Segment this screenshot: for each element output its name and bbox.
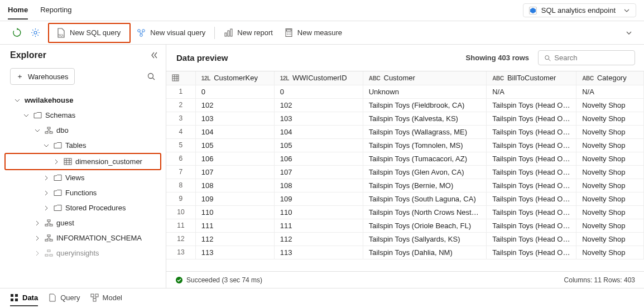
cell[interactable]: Novelty Shop xyxy=(576,246,644,259)
cell[interactable]: Novelty Shop xyxy=(576,165,644,179)
table-row[interactable]: 7107107Tailspin Toys (Glen Avon, CA)Tail… xyxy=(166,165,644,179)
cell[interactable]: 104 xyxy=(274,125,363,138)
preview-search-input[interactable] xyxy=(554,54,627,62)
cell[interactable]: 0 xyxy=(195,85,274,98)
cell[interactable]: Tailspin Toys (Head Office) xyxy=(487,192,576,205)
cell[interactable]: Novelty Shop xyxy=(576,192,644,205)
cell[interactable]: 107 xyxy=(274,165,363,179)
column-header[interactable]: 12LCustomerKey xyxy=(195,71,274,85)
cell[interactable]: Tailspin Toys (Fieldbrook, CA) xyxy=(363,98,486,112)
cell[interactable]: 112 xyxy=(274,232,363,246)
cell[interactable]: Tailspin Toys (North Crows Nest, IN) xyxy=(363,205,486,219)
column-header[interactable]: ABCCategory xyxy=(576,71,644,85)
cell[interactable]: N/A xyxy=(576,85,644,98)
cell[interactable]: Tailspin Toys (Tumacacori, AZ) xyxy=(363,152,486,165)
cell[interactable]: Novelty Shop xyxy=(576,219,644,232)
cell[interactable]: Novelty Shop xyxy=(576,205,644,219)
tab-home[interactable]: Home xyxy=(8,1,28,20)
tab-model[interactable]: Model xyxy=(90,290,122,306)
toolbar-more-button[interactable] xyxy=(619,26,638,40)
table-row[interactable]: 10110110Tailspin Toys (North Crows Nest,… xyxy=(166,205,644,219)
cell[interactable]: Tailspin Toys (Kalvesta, KS) xyxy=(363,112,486,125)
cell[interactable]: Tailspin Toys (Head Office) xyxy=(487,152,576,165)
tree-item-dbo[interactable]: dbo xyxy=(4,123,161,138)
cell[interactable]: 110 xyxy=(195,205,274,219)
cell[interactable]: 102 xyxy=(195,98,274,112)
tree-item-views[interactable]: Views xyxy=(4,170,161,185)
table-row[interactable]: 100UnknownN/AN/A xyxy=(166,85,644,98)
cell[interactable]: 111 xyxy=(274,219,363,232)
refresh-button[interactable] xyxy=(10,26,24,40)
cell[interactable]: N/A xyxy=(487,85,576,98)
column-header[interactable]: ABCCustomer xyxy=(363,71,486,85)
cell[interactable]: Unknown xyxy=(363,85,486,98)
table-row[interactable]: 2102102Tailspin Toys (Fieldbrook, CA)Tai… xyxy=(166,98,644,112)
column-header[interactable]: ABCBillToCustomer xyxy=(487,71,576,85)
table-row[interactable]: 9109109Tailspin Toys (South Laguna, CA)T… xyxy=(166,192,644,205)
explorer-search-button[interactable] xyxy=(145,70,158,83)
cell[interactable]: 110 xyxy=(274,205,363,219)
cell[interactable]: Novelty Shop xyxy=(576,179,644,192)
cell[interactable]: Tailspin Toys (Head Office) xyxy=(487,232,576,246)
cell[interactable]: Tailspin Toys (Bernie, MO) xyxy=(363,179,486,192)
cell[interactable]: Novelty Shop xyxy=(576,98,644,112)
collapse-explorer-button[interactable] xyxy=(150,51,158,59)
cell[interactable]: Tailspin Toys (Head Office) xyxy=(487,125,576,138)
cell[interactable]: Novelty Shop xyxy=(576,112,644,125)
cell[interactable]: Novelty Shop xyxy=(576,138,644,152)
column-header[interactable]: 12LWWICustomerID xyxy=(274,71,363,85)
cell[interactable]: Tailspin Toys (Wallagrass, ME) xyxy=(363,125,486,138)
cell[interactable]: 111 xyxy=(195,219,274,232)
tree-item-functions[interactable]: Functions xyxy=(4,185,161,200)
table-row[interactable]: 5105105Tailspin Toys (Tomnolen, MS)Tails… xyxy=(166,138,644,152)
cell[interactable]: 108 xyxy=(195,179,274,192)
table-row[interactable]: 6106106Tailspin Toys (Tumacacori, AZ)Tai… xyxy=(166,152,644,165)
cell[interactable]: 103 xyxy=(195,112,274,125)
cell[interactable]: 109 xyxy=(274,192,363,205)
cell[interactable]: Tailspin Toys (Head Office) xyxy=(487,179,576,192)
cell[interactable]: Tailspin Toys (Head Office) xyxy=(487,205,576,219)
add-warehouses-button[interactable]: ＋ Warehouses xyxy=(10,68,75,85)
cell[interactable]: Tailspin Toys (Tomnolen, MS) xyxy=(363,138,486,152)
cell[interactable]: Tailspin Toys (Head Office) xyxy=(487,165,576,179)
tab-reporting[interactable]: Reporting xyxy=(40,1,71,20)
cell[interactable]: Tailspin Toys (Head Office) xyxy=(487,246,576,259)
table-row[interactable]: 13113113Tailspin Toys (Dahlia, NM)Tailsp… xyxy=(166,246,644,259)
cell[interactable]: 105 xyxy=(274,138,363,152)
tree-item-tables[interactable]: Tables xyxy=(4,138,161,153)
cell[interactable]: Tailspin Toys (Head Office) xyxy=(487,112,576,125)
cell[interactable]: 107 xyxy=(195,165,274,179)
cell[interactable]: 112 xyxy=(195,232,274,246)
preview-search-box[interactable] xyxy=(538,50,635,65)
cell[interactable]: Tailspin Toys (South Laguna, CA) xyxy=(363,192,486,205)
table-row[interactable]: 3103103Tailspin Toys (Kalvesta, KS)Tails… xyxy=(166,112,644,125)
table-row[interactable]: 12112112Tailspin Toys (Sallyards, KS)Tai… xyxy=(166,232,644,246)
cell[interactable]: 113 xyxy=(195,246,274,259)
table-row[interactable]: 4104104Tailspin Toys (Wallagrass, ME)Tai… xyxy=(166,125,644,138)
cell[interactable]: Tailspin Toys (Head Office) xyxy=(487,138,576,152)
new-measure-button[interactable]: New measure xyxy=(278,25,348,40)
tab-data[interactable]: Data xyxy=(10,290,38,306)
cell[interactable]: Novelty Shop xyxy=(576,152,644,165)
cell[interactable]: Tailspin Toys (Sallyards, KS) xyxy=(363,232,486,246)
cell[interactable]: 106 xyxy=(274,152,363,165)
cell[interactable]: 113 xyxy=(274,246,363,259)
new-visual-query-button[interactable]: New visual query xyxy=(131,25,211,41)
cell[interactable]: Tailspin Toys (Head Office) xyxy=(487,219,576,232)
tree-item-queryinsights[interactable]: queryinsights xyxy=(4,246,161,261)
cell[interactable]: 105 xyxy=(195,138,274,152)
cell[interactable]: 0 xyxy=(274,85,363,98)
cell[interactable]: 103 xyxy=(274,112,363,125)
cell[interactable]: 108 xyxy=(274,179,363,192)
cell[interactable]: 109 xyxy=(195,192,274,205)
new-report-button[interactable]: New report xyxy=(218,25,278,40)
tree-item-dimension-customer[interactable]: dimension_customer xyxy=(4,153,161,170)
tree-item-lakehouse[interactable]: wwilakehouse xyxy=(4,93,161,108)
tab-query[interactable]: Query xyxy=(48,290,80,306)
cell[interactable]: 106 xyxy=(195,152,274,165)
cell[interactable]: Tailspin Toys (Head Office) xyxy=(487,98,576,112)
cell[interactable]: 104 xyxy=(195,125,274,138)
cell[interactable]: Tailspin Toys (Oriole Beach, FL) xyxy=(363,219,486,232)
cell[interactable]: Novelty Shop xyxy=(576,232,644,246)
data-grid[interactable]: 12LCustomerKey12LWWICustomerIDABCCustome… xyxy=(166,71,644,271)
